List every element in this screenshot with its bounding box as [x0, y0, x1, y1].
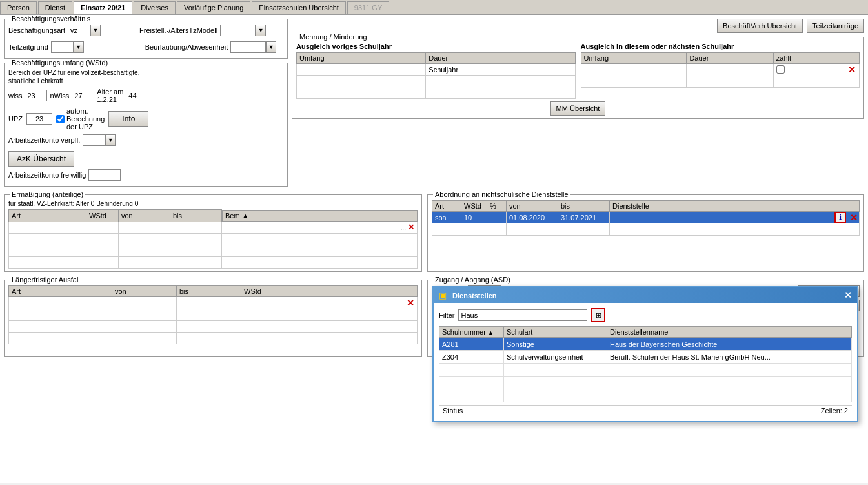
- dialog-col-dienststellenname[interactable]: Dienststellenname: [607, 327, 852, 338]
- teilzeitgrund-dropdown[interactable]: ▼: [74, 41, 84, 53]
- lf-delete-icon[interactable]: ✕: [407, 298, 414, 308]
- beschaeftigungsart-row: Beschäftigungsart ▼: [8, 25, 101, 36]
- freistellung-input[interactable]: [220, 25, 256, 36]
- sort-icon-schulnummer: ▲: [488, 329, 494, 336]
- dialog-col-schulnummer[interactable]: Schulnummer ▲: [439, 327, 504, 338]
- ermass-add-btn[interactable]: ...: [401, 224, 406, 231]
- azk-verpfl-combo[interactable]: ▼: [83, 134, 116, 146]
- lf-col-wstd: WStd: [241, 285, 418, 296]
- freistellung-combo[interactable]: ▼: [220, 25, 266, 36]
- top-buttons: BeschäftVerh Übersicht Teilzeitanträge: [292, 19, 864, 33]
- nwiss-input[interactable]: [72, 90, 94, 101]
- abord-row-1[interactable]: soa 10 01.08.2020 31.07.2021 ℹ ✕: [432, 212, 860, 223]
- lf-row-2: [9, 309, 418, 320]
- dialog-status-label: Status: [443, 407, 463, 415]
- dialog-cell-dienststelle-1: Haus der Bayerischen Geschichte: [607, 338, 852, 351]
- dialog-cell-schulart-1: Sonstige: [504, 338, 607, 351]
- tab-vorlaeufige[interactable]: Vorläufige Planung: [177, 1, 250, 14]
- dialog-cell-schulnummer-1: A281: [439, 338, 504, 351]
- beschaeftverh-ubersicht-button[interactable]: BeschäftVerh Übersicht: [717, 19, 803, 33]
- ausgleich-dieses: Ausgleich in diesem oder nächsten Schulj…: [581, 43, 860, 99]
- abord-col-wstd: WStd: [461, 201, 487, 212]
- wiss-row: wiss nWiss Alter am 1.2.21: [8, 88, 148, 103]
- lf-row-1: ✕: [9, 296, 418, 309]
- mm-btn-wrap: MM Übersicht: [296, 101, 860, 116]
- teilzeitgrund-combo[interactable]: ▼: [51, 41, 84, 53]
- azk-verpfl-dropdown[interactable]: ▼: [105, 134, 116, 146]
- beschaeftigungsart-dropdown[interactable]: ▼: [90, 25, 101, 36]
- beschaeftigungsart-label: Beschäftigungsart: [8, 26, 65, 34]
- mm-ubersicht-button[interactable]: MM Übersicht: [550, 101, 606, 116]
- filter-label: Filter: [439, 311, 454, 319]
- laengerfristiger-section: Längerfristiger Ausfall Art von bis WStd: [4, 280, 422, 357]
- mehrung-section: Mehrung / Minderung Ausgleich voriges Sc…: [292, 37, 864, 119]
- alter-input[interactable]: [126, 90, 148, 101]
- beurlaubung-dropdown[interactable]: ▼: [266, 41, 276, 53]
- azk-verpfl-row: Arbeitszeitkonto verpfl. ▼: [8, 134, 148, 146]
- tab-person[interactable]: Person: [0, 1, 37, 14]
- azk-verpfl-input[interactable]: [83, 134, 105, 146]
- beurlaubung-row: Beurlaubung/Abwesenheit ▼: [145, 41, 276, 53]
- delete-dieses-icon[interactable]: ✕: [848, 65, 856, 75]
- abord-col-dienststelle: Dienststelle: [610, 201, 860, 212]
- empty-row-1: [297, 76, 576, 87]
- teilzeitantraege-button[interactable]: Teilzeitanträge: [807, 19, 864, 33]
- ausgleich-voriges-table: Umfang Dauer Schuljahr: [296, 52, 576, 99]
- dialog-cell-schulart-2: Schulverwaltungseinheit: [504, 351, 607, 364]
- abord-delete-icon-1[interactable]: ✕: [850, 212, 858, 223]
- filter-row: Filter ⊞: [439, 308, 852, 322]
- ermass-row-4: [9, 256, 418, 268]
- zaehlt-checkbox[interactable]: [776, 65, 785, 74]
- filter-action-button[interactable]: ⊞: [591, 308, 605, 322]
- empty-row-2: [297, 87, 576, 99]
- tab-einsatz[interactable]: Einsatz 20/21: [74, 1, 132, 14]
- azk-ubersicht-button[interactable]: AzK Übersicht: [8, 151, 74, 167]
- tab-dienst[interactable]: Dienst: [38, 1, 72, 14]
- ermassigung-desc: für staatl. VZ-Lehrkraft: Alter 0 Behind…: [8, 200, 418, 207]
- schuljahr-row-1: Schuljahr: [297, 64, 576, 76]
- tab-diverses[interactable]: Diverses: [134, 1, 176, 14]
- ermass-delete-icon[interactable]: ✕: [408, 223, 414, 232]
- auto-berechnung-wrap: autom. Berechnung der UPZ: [56, 107, 105, 130]
- umfang-left: Bereich der UPZ für eine vollzeit-beschä…: [8, 68, 148, 183]
- wiss-input[interactable]: [25, 90, 47, 101]
- abord-col-von: von: [507, 201, 558, 212]
- beschaeftigungsart-combo[interactable]: ▼: [68, 25, 101, 36]
- freistellung-dropdown[interactable]: ▼: [256, 25, 266, 36]
- ermass-row-2: [9, 233, 418, 245]
- upz-input[interactable]: [26, 113, 52, 125]
- beurlaubung-input[interactable]: [230, 41, 266, 53]
- ermass-row-1: ... ✕: [9, 222, 418, 233]
- auto-berechnung-checkbox[interactable]: [56, 115, 65, 123]
- teilzeitgrund-input[interactable]: [51, 41, 74, 53]
- tab-einsatzschulen[interactable]: Einsatzschulen Übersicht: [252, 1, 346, 14]
- freistellung-label: Freistell.-/AltersTzModell: [139, 26, 217, 34]
- dialog-row-1[interactable]: A281 Sonstige Haus der Bayerischen Gesch…: [439, 338, 852, 351]
- abord-info-button[interactable]: ℹ: [834, 212, 846, 223]
- abord-col-bis: bis: [558, 201, 610, 212]
- lf-col-bis: bis: [177, 285, 241, 296]
- teilzeitgrund-label: Teilzeitgrund: [8, 43, 48, 51]
- col-dauer-1: Dauer: [426, 53, 575, 64]
- abordnung-section: Abordnung an nichtschulische Dienststell…: [427, 194, 864, 272]
- abord-col-pct: %: [487, 201, 507, 212]
- empty-dieses-1: ✕: [581, 64, 860, 76]
- azk-verpfl-label: Arbeitszeitkonto verpfl.: [8, 136, 80, 144]
- abord-row-empty-1: ✕: [432, 223, 860, 236]
- col-actions: [845, 53, 860, 64]
- azk-freiwillig-input[interactable]: [88, 169, 121, 181]
- dialog-row-2[interactable]: Z304 Schulverwaltungseinheit Berufl. Sch…: [439, 351, 852, 364]
- dialog-close-button[interactable]: ✕: [844, 290, 852, 300]
- beschaeftigungsart-input[interactable]: [68, 25, 90, 36]
- filter-input[interactable]: [458, 309, 587, 321]
- beschaeftigungsumfang-title: Beschäftigungsumfang (WStd): [10, 59, 110, 67]
- mehrung-cols: Ausgleich voriges Schuljahr Umfang Dauer: [296, 43, 860, 99]
- dialog-cell-dienststelle-2: Berufl. Schulen der Haus St. Marien gGmb…: [607, 351, 852, 364]
- dialog-col-schulart[interactable]: Schulart: [504, 327, 607, 338]
- info-button[interactable]: Info: [108, 111, 148, 127]
- dialog-title-icon: ▣: [439, 291, 447, 300]
- ermass-col-art: Art: [9, 210, 86, 222]
- top-left: Beschäftigungsverhältnis Beschäftigungsa…: [4, 19, 288, 191]
- beurlaubung-combo[interactable]: ▼: [230, 41, 276, 53]
- ausgleich-dieses-table: Umfang Dauer zählt: [581, 52, 860, 88]
